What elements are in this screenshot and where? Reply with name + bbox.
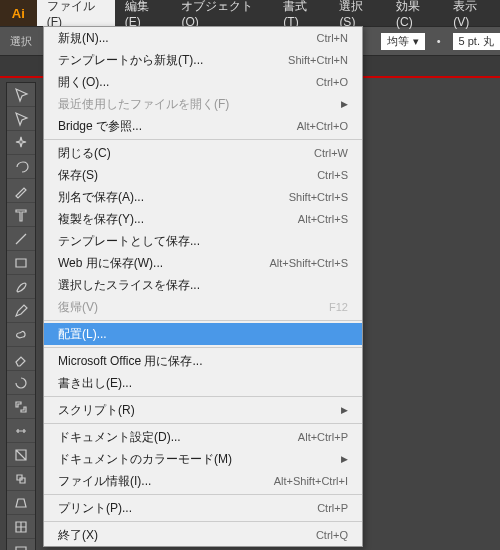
menuitem-label: 保存(S)	[58, 167, 317, 184]
tool-direct-selection[interactable]	[7, 107, 35, 131]
menu-separator	[44, 139, 362, 140]
menuitem-プリント[interactable]: プリント(P)...Ctrl+P	[44, 497, 362, 519]
menuitem-テンプレートとして保存[interactable]: テンプレートとして保存...	[44, 230, 362, 252]
menuitem-label: 最近使用したファイルを開く(F)	[58, 96, 335, 113]
menuitem-label: 配置(L)...	[58, 326, 348, 343]
stroke-select[interactable]: 5 pt. 丸	[453, 33, 500, 50]
menuitem-label: テンプレートから新規(T)...	[58, 52, 288, 69]
menu-オブジェクト[interactable]: オブジェクト(O)	[171, 0, 273, 26]
align-select[interactable]: 均等▾	[381, 33, 425, 50]
menuitem-shortcut: Shift+Ctrl+S	[289, 191, 348, 203]
tool-rectangle[interactable]	[7, 251, 35, 275]
menuitem-label: 複製を保存(Y)...	[58, 211, 298, 228]
menuitem-label: 閉じる(C)	[58, 145, 314, 162]
menuitem-label: 復帰(V)	[58, 299, 329, 316]
tool-pen[interactable]	[7, 179, 35, 203]
menuitem-label: 選択したスライスを保存...	[58, 277, 348, 294]
menuitem-Web用に保存[interactable]: Web 用に保存(W)...Alt+Shift+Ctrl+S	[44, 252, 362, 274]
tool-blob-brush[interactable]	[7, 323, 35, 347]
tool-pencil[interactable]	[7, 299, 35, 323]
menubar: Ai ファイル(F)編集(E)オブジェクト(O)書式(T)選択(S)効果(C)表…	[0, 0, 500, 26]
tool-lasso[interactable]	[7, 155, 35, 179]
menuitem-復帰: 復帰(V)F12	[44, 296, 362, 318]
tool-mesh[interactable]	[7, 515, 35, 539]
menuitem-shortcut: Ctrl+Q	[316, 529, 348, 541]
menuitem-書き出し[interactable]: 書き出し(E)...	[44, 372, 362, 394]
menuitem-shortcut: Shift+Ctrl+N	[288, 54, 348, 66]
menuitem-label: スクリプト(R)	[58, 402, 335, 419]
menuitem-テンプレートから新規[interactable]: テンプレートから新規(T)...Shift+Ctrl+N	[44, 49, 362, 71]
menuitem-最近使用したファイルを開く: 最近使用したファイルを開く(F)▶	[44, 93, 362, 115]
menuitem-label: 別名で保存(A)...	[58, 189, 289, 206]
menuitem-スクリプト[interactable]: スクリプト(R)▶	[44, 399, 362, 421]
menuitem-閉じる[interactable]: 閉じる(C)Ctrl+W	[44, 142, 362, 164]
tool-type[interactable]	[7, 203, 35, 227]
menuitem-label: ファイル情報(I)...	[58, 473, 274, 490]
menuitem-shortcut: Ctrl+P	[317, 502, 348, 514]
menu-選択[interactable]: 選択(S)	[329, 0, 386, 26]
menuitem-label: 終了(X)	[58, 527, 316, 544]
menu-separator	[44, 521, 362, 522]
menuitem-label: テンプレートとして保存...	[58, 233, 348, 250]
menuitem-選択したスライスを保存[interactable]: 選択したスライスを保存...	[44, 274, 362, 296]
menu-separator	[44, 494, 362, 495]
menuitem-別名で保存[interactable]: 別名で保存(A)...Shift+Ctrl+S	[44, 186, 362, 208]
menuitem-shortcut: Alt+Shift+Ctrl+I	[274, 475, 348, 487]
file-menu-dropdown: 新規(N)...Ctrl+Nテンプレートから新規(T)...Shift+Ctrl…	[43, 26, 363, 547]
chevron-down-icon: ▾	[413, 35, 419, 48]
menu-書式[interactable]: 書式(T)	[273, 0, 329, 26]
menu-編集[interactable]: 編集(E)	[115, 0, 172, 26]
chevron-right-icon: ▶	[341, 99, 348, 109]
menuitem-MicrosoftOffice用に保存[interactable]: Microsoft Office 用に保存...	[44, 350, 362, 372]
menuitem-label: 開く(O)...	[58, 74, 316, 91]
tool-line[interactable]	[7, 227, 35, 251]
menuitem-ファイル情報[interactable]: ファイル情報(I)...Alt+Shift+Ctrl+I	[44, 470, 362, 492]
menuitem-shortcut: Alt+Ctrl+S	[298, 213, 348, 225]
tool-width[interactable]	[7, 419, 35, 443]
tool-eraser[interactable]	[7, 347, 35, 371]
menuitem-shortcut: Ctrl+O	[316, 76, 348, 88]
menu-separator	[44, 347, 362, 348]
menuitem-shortcut: Ctrl+N	[317, 32, 348, 44]
tool-perspective[interactable]	[7, 491, 35, 515]
chevron-right-icon: ▶	[341, 405, 348, 415]
tool-rotate[interactable]	[7, 371, 35, 395]
tool-shape-builder[interactable]	[7, 467, 35, 491]
menuitem-新規[interactable]: 新規(N)...Ctrl+N	[44, 27, 362, 49]
menuitem-ドキュメントのカラーモード[interactable]: ドキュメントのカラーモード(M)▶	[44, 448, 362, 470]
menuitem-label: Bridge で参照...	[58, 118, 297, 135]
menu-separator	[44, 396, 362, 397]
control-label: 選択	[10, 34, 32, 49]
tool-scale[interactable]	[7, 395, 35, 419]
menu-表示[interactable]: 表示(V)	[443, 0, 500, 26]
menuitem-終了[interactable]: 終了(X)Ctrl+Q	[44, 524, 362, 546]
menuitem-保存[interactable]: 保存(S)Ctrl+S	[44, 164, 362, 186]
menuitem-配置[interactable]: 配置(L)...	[44, 323, 362, 345]
menuitem-label: プリント(P)...	[58, 500, 317, 517]
menuitem-Bridgeで参照[interactable]: Bridge で参照...Alt+Ctrl+O	[44, 115, 362, 137]
menuitem-label: ドキュメント設定(D)...	[58, 429, 298, 446]
menu-separator	[44, 423, 362, 424]
menuitem-shortcut: Alt+Ctrl+P	[298, 431, 348, 443]
menu-効果[interactable]: 効果(C)	[386, 0, 443, 26]
tool-gradient[interactable]	[7, 539, 35, 550]
tool-brush[interactable]	[7, 275, 35, 299]
menuitem-label: 書き出し(E)...	[58, 375, 348, 392]
tool-selection[interactable]	[7, 83, 35, 107]
menuitem-label: Web 用に保存(W)...	[58, 255, 269, 272]
menuitem-shortcut: F12	[329, 301, 348, 313]
menuitem-ドキュメント設定[interactable]: ドキュメント設定(D)...Alt+Ctrl+P	[44, 426, 362, 448]
menuitem-shortcut: Ctrl+S	[317, 169, 348, 181]
menuitem-複製を保存[interactable]: 複製を保存(Y)...Alt+Ctrl+S	[44, 208, 362, 230]
menuitem-shortcut: Ctrl+W	[314, 147, 348, 159]
menu-ファイル[interactable]: ファイル(F)	[37, 0, 115, 26]
toolbar	[6, 82, 36, 550]
menuitem-label: ドキュメントのカラーモード(M)	[58, 451, 335, 468]
chevron-right-icon: ▶	[341, 454, 348, 464]
tool-free-transform[interactable]	[7, 443, 35, 467]
menuitem-開く[interactable]: 開く(O)...Ctrl+O	[44, 71, 362, 93]
menuitem-label: Microsoft Office 用に保存...	[58, 353, 348, 370]
menu-separator	[44, 320, 362, 321]
tool-magic-wand[interactable]	[7, 131, 35, 155]
menuitem-shortcut: Alt+Shift+Ctrl+S	[269, 257, 348, 269]
